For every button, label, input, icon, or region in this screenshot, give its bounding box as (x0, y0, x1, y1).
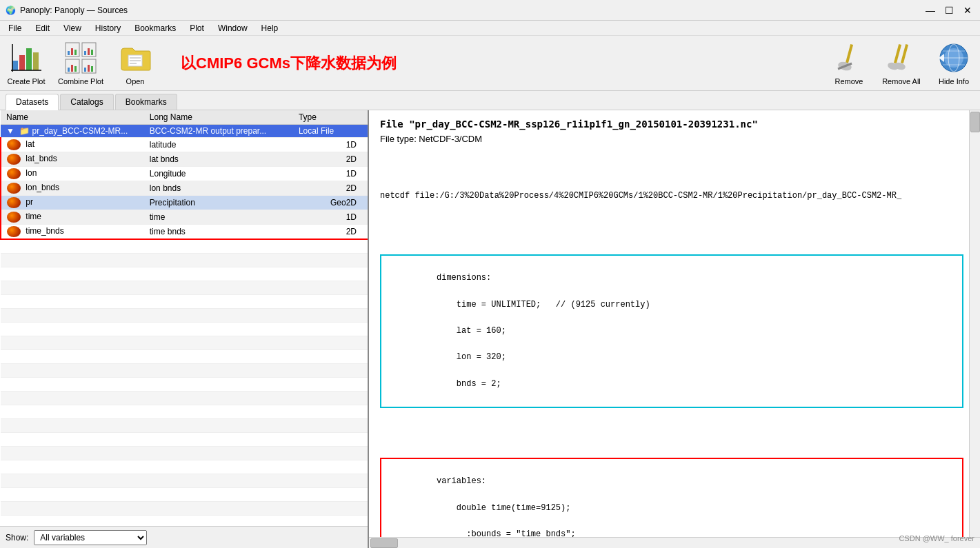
var-type-pr: Geo2D (293, 196, 368, 210)
scroll-thumb[interactable] (970, 112, 980, 132)
menu-plot[interactable]: Plot (184, 22, 210, 34)
var-name-time-bnds: time_bnds (1, 225, 144, 240)
create-plot-icon (10, 41, 43, 74)
var-long-name-lat: latitude (144, 138, 293, 152)
vars-time-bounds: :bounds = "time_bnds"; (437, 529, 576, 537)
var-type-lon-bnds: 2D (293, 181, 368, 196)
remove-button[interactable]: Remove (828, 41, 870, 85)
var-name-time: time (1, 210, 144, 225)
svg-rect-20 (88, 65, 90, 72)
col-name: Name (1, 110, 144, 125)
tab-datasets[interactable]: Datasets (6, 94, 59, 110)
show-bar: Show: All variables Coordinate variables… (0, 526, 368, 548)
table-row-time[interactable]: time time 1D (1, 210, 368, 225)
var-name-lat-bnds: lat_bnds (1, 152, 144, 167)
window-controls: — ☐ ✕ (923, 5, 974, 16)
file-name: ▼ 📁 pr_day_BCC-CSM2-MR... (1, 125, 144, 138)
var-name-lat: lat (1, 138, 144, 152)
right-panel: File "pr_day_BCC-CSM2-MR_ssp126_r1i1p1f1… (369, 110, 980, 548)
var-long-name-lon-bnds: lon bnds (144, 181, 293, 196)
vertical-scrollbar[interactable] (969, 110, 980, 537)
open-button[interactable]: Open (114, 41, 156, 85)
var-long-name-pr: Precipitation (144, 196, 293, 210)
col-long-name: Long Name (144, 110, 293, 125)
var-long-name-lat-bnds: lat bnds (144, 152, 293, 167)
var-type-lon: 1D (293, 167, 368, 181)
file-long-name: BCC-CSM2-MR output prepar... (144, 125, 293, 138)
table-row-file[interactable]: ▼ 📁 pr_day_BCC-CSM2-MR... BCC-CSM2-MR ou… (1, 125, 368, 138)
menu-history[interactable]: History (90, 22, 126, 34)
remove-all-label: Remove All (882, 77, 921, 85)
dims-keyword: dimensions: (437, 273, 491, 283)
dims-lon: lon = 320; (437, 352, 506, 362)
svg-rect-10 (68, 51, 70, 55)
remove-all-button[interactable]: Remove All (881, 41, 922, 85)
var-name-lon-bnds: lon_bnds (1, 181, 144, 196)
remove-all-icon (885, 41, 918, 74)
toolbar: Create Plot (0, 36, 980, 91)
show-label: Show: (6, 533, 28, 542)
open-icon (119, 41, 152, 74)
var-type-lat-bnds: 2D (293, 152, 368, 167)
tab-catalogs[interactable]: Catalogs (60, 94, 113, 110)
var-long-name-time: time (144, 210, 293, 225)
svg-rect-0 (12, 61, 18, 70)
hide-info-label: Hide Info (939, 77, 969, 85)
menu-window[interactable]: Window (212, 22, 253, 34)
app-icon: 🌍 (6, 6, 16, 15)
svg-rect-18 (91, 50, 93, 55)
code-path: netcdf file:/G:/3%20Data%20Process/4%20C… (380, 190, 963, 202)
table-row-lon-bnds[interactable]: lon_bnds lon bnds 2D (1, 181, 368, 196)
vars-time-decl: double time(time=9125); (437, 503, 570, 513)
svg-rect-12 (74, 50, 77, 55)
svg-rect-14 (71, 65, 73, 72)
file-title: File "pr_day_BCC-CSM2-MR_ssp126_r1i1p1f1… (380, 119, 963, 130)
title-bar: 🌍 Panoply: Panoply — Sources — ☐ ✕ (0, 0, 980, 21)
menu-file[interactable]: File (3, 22, 27, 34)
menu-bookmarks[interactable]: Bookmarks (129, 22, 181, 34)
table-row-lat[interactable]: lat latitude 1D (1, 138, 368, 152)
remove-icon (832, 41, 866, 74)
svg-rect-11 (71, 48, 73, 55)
table-row-lat-bnds[interactable]: lat_bnds lat bnds 2D (1, 152, 368, 167)
dims-bnds: bnds = 2; (437, 379, 501, 389)
var-type-lat: 1D (293, 138, 368, 152)
show-select[interactable]: All variables Coordinate variables Non-c… (34, 530, 147, 545)
var-type-time: 1D (293, 210, 368, 225)
window-title: Panoply: Panoply — Sources (20, 6, 128, 15)
table-row-pr[interactable]: pr Precipitation Geo2D (1, 196, 368, 210)
file-type: Local File (293, 125, 368, 138)
svg-rect-3 (33, 52, 39, 70)
table-row-time-bnds[interactable]: time_bnds time bnds 2D (1, 225, 368, 240)
hide-info-button[interactable]: Hide Info (933, 41, 974, 85)
menu-edit[interactable]: Edit (30, 22, 55, 34)
file-folder-icon: 📁 (19, 126, 30, 136)
dataset-table: Name Long Name Type ▼ 📁 pr_day_BCC-CSM2-… (0, 110, 368, 526)
create-plot-button[interactable]: Create Plot (6, 41, 47, 85)
horizontal-scrollbar[interactable] (369, 537, 980, 548)
menu-view[interactable]: View (58, 22, 87, 34)
svg-rect-29 (894, 44, 901, 63)
var-long-name-time-bnds: time bnds (144, 225, 293, 240)
minimize-button[interactable]: — (923, 5, 938, 16)
dims-time: time = UNLIMITED; // (9125 currently) (437, 300, 650, 309)
create-plot-label: Create Plot (7, 77, 45, 85)
maximize-button[interactable]: ☐ (942, 5, 957, 16)
toolbar-right: Remove Remove All (828, 41, 974, 85)
combine-plot-button[interactable]: Combine Plot (58, 41, 103, 85)
tab-bookmarks[interactable]: Bookmarks (115, 94, 177, 110)
svg-rect-31 (901, 44, 908, 63)
h-scroll-thumb[interactable] (370, 538, 398, 548)
var-long-name-lon: Longitude (144, 167, 293, 181)
remove-label: Remove (835, 77, 863, 85)
left-panel: Name Long Name Type ▼ 📁 pr_day_BCC-CSM2-… (0, 110, 369, 548)
combine-plot-label: Combine Plot (58, 77, 103, 85)
col-type: Type (293, 110, 368, 125)
close-button[interactable]: ✕ (961, 5, 974, 16)
main-content: Name Long Name Type ▼ 📁 pr_day_BCC-CSM2-… (0, 110, 980, 548)
menu-help[interactable]: Help (256, 22, 284, 34)
tab-bar: Datasets Catalogs Bookmarks (0, 91, 980, 110)
table-row-lon[interactable]: lon Longitude 1D (1, 167, 368, 181)
dimensions-block: dimensions: time = UNLIMITED; // (9125 c… (380, 254, 963, 408)
watermark: CSDN @WW_ forever (899, 534, 974, 542)
